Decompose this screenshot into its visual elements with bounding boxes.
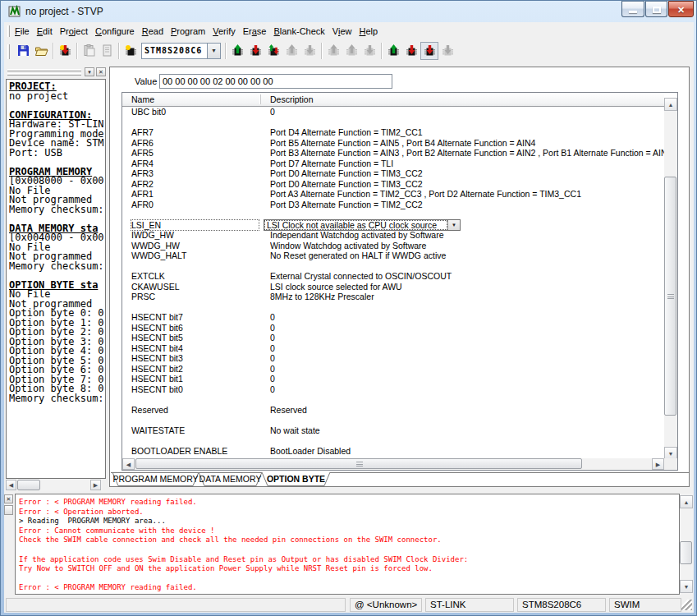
- log-vscrollbar[interactable]: ▲ ▼: [680, 494, 693, 595]
- table-row[interactable]: HSECNT bit10: [122, 374, 664, 384]
- table-row[interactable]: BOOTLOADER ENABLEBootLoader Disabled: [122, 446, 664, 457]
- table-row[interactable]: UBC bit00: [122, 107, 664, 117]
- table-row[interactable]: LSI_ENLSI Clock not available as CPU clo…: [122, 220, 664, 231]
- scroll-up-arrow[interactable]: ▲: [664, 98, 677, 111]
- table-row[interactable]: IWDG_HWIndependant Watchdog activated by…: [122, 230, 664, 241]
- tab-label[interactable]: PROGRAM MEMORY: [112, 474, 198, 484]
- row-combobox[interactable]: LSI Clock not available as CPU clock sou…: [264, 219, 461, 231]
- scroll-thumb[interactable]: [680, 541, 692, 564]
- blank-check-tab-button[interactable]: [300, 42, 319, 60]
- table-row[interactable]: [122, 261, 664, 272]
- compare-button[interactable]: [98, 42, 116, 60]
- pane-close-button[interactable]: ✕: [96, 67, 106, 76]
- table-row[interactable]: WWDG_HALTNo Reset generated on HALT if W…: [122, 251, 664, 261]
- program-all-button[interactable]: [324, 42, 342, 60]
- table-row[interactable]: AFR3Port D0 Alternate Function = TIM3_CC…: [122, 168, 664, 179]
- table-row[interactable]: AFR0Port D3 Alternate Function = TIM2_CC…: [122, 200, 664, 210]
- verify-tab-button[interactable]: [264, 42, 282, 60]
- paste-button[interactable]: [80, 42, 98, 60]
- menu-help[interactable]: Help: [359, 23, 378, 36]
- table-row[interactable]: HSECNT bit50: [122, 333, 664, 343]
- scroll-right-arrow[interactable]: ▶: [652, 458, 664, 470]
- table-row[interactable]: AFR5Port B3 Alternate Function = AIN3 , …: [122, 148, 664, 159]
- table-row[interactable]: EXTCLKExternal Crystal connected to OSCI…: [122, 271, 664, 282]
- scroll-thumb[interactable]: [135, 458, 582, 469]
- table-row[interactable]: [122, 117, 664, 128]
- table-row[interactable]: CKAWUSELLSI clock source selected for AW…: [122, 282, 664, 292]
- read-option-button[interactable]: [402, 42, 420, 60]
- table-row[interactable]: [122, 435, 664, 446]
- erase-tab-button[interactable]: [282, 42, 300, 60]
- table-row[interactable]: AFR6Port B5 Alternate Function = AIN5 , …: [122, 138, 664, 149]
- scroll-thumb[interactable]: [17, 480, 40, 490]
- table-row[interactable]: HSECNT bit60: [122, 323, 664, 333]
- sidebar-hscrollbar[interactable]: ◀ ▶: [6, 480, 104, 490]
- verify-all-button[interactable]: [360, 42, 378, 60]
- table-row[interactable]: WAITESTATENo wait state: [122, 425, 664, 436]
- table-row[interactable]: [122, 302, 664, 313]
- pane-menu-button[interactable]: ▾: [85, 67, 94, 76]
- program-device-button[interactable]: [56, 42, 74, 60]
- menu-read[interactable]: Read: [142, 23, 163, 36]
- minimize-button[interactable]: [621, 1, 644, 17]
- tab-label[interactable]: OPTION BYTE: [267, 474, 325, 484]
- column-header-name[interactable]: Name: [122, 93, 260, 106]
- program-option-button[interactable]: [384, 42, 402, 60]
- select-device-button[interactable]: [122, 42, 140, 60]
- table-row[interactable]: HSECNT bit30: [122, 353, 664, 364]
- table-hscrollbar[interactable]: ◀ ▶: [122, 458, 664, 470]
- read-tab-button[interactable]: [246, 42, 264, 60]
- pane-grip-line[interactable]: [7, 69, 81, 71]
- save-button[interactable]: [14, 42, 32, 60]
- close-button[interactable]: ✕: [668, 1, 694, 17]
- menu-erase[interactable]: Erase: [243, 23, 267, 36]
- table-row[interactable]: HSECNT bit70: [122, 312, 664, 323]
- log-close-button[interactable]: ✕: [4, 494, 13, 503]
- table-row[interactable]: WWDG_HWWindow Watchdog activated by Soft…: [122, 241, 664, 251]
- menu-blank-check[interactable]: Blank-Check: [273, 23, 324, 36]
- menu-view[interactable]: View: [332, 23, 352, 36]
- scroll-thumb[interactable]: [664, 177, 676, 416]
- menu-program[interactable]: Program: [171, 23, 205, 36]
- table-row[interactable]: AFR2Port D0 Alternate Function = TIM3_CC…: [122, 179, 664, 190]
- device-combobox[interactable]: STM8S208C6▼: [141, 43, 221, 59]
- log-line: [19, 574, 679, 584]
- scroll-left-arrow[interactable]: ◀: [6, 480, 16, 490]
- table-vscrollbar[interactable]: ▲ ▼: [664, 98, 677, 460]
- value-input[interactable]: 00 00 00 00 02 00 00 00 00: [159, 74, 392, 89]
- tab-label[interactable]: DATA MEMORY: [199, 474, 262, 484]
- toolbar-grip[interactable]: [7, 44, 10, 59]
- table-row[interactable]: PRSC8MHz to 128KHz Prescaler: [122, 292, 664, 302]
- table-row[interactable]: AFR1Port A3 Alternate Function = TIM2_CC…: [122, 189, 664, 200]
- menubar-grip[interactable]: [7, 25, 10, 37]
- scroll-right-arrow[interactable]: ▶: [90, 480, 101, 490]
- menu-configure[interactable]: Configure: [95, 23, 135, 36]
- table-row[interactable]: [122, 415, 664, 425]
- table-row[interactable]: [122, 394, 664, 405]
- pane-grip-line[interactable]: [7, 73, 81, 76]
- table-row[interactable]: ReservedReserved: [122, 405, 664, 416]
- extra-chip-button[interactable]: [438, 42, 456, 60]
- combobox-dropdown-button[interactable]: ▼: [447, 220, 460, 230]
- menu-project[interactable]: Project: [60, 23, 88, 36]
- read-all-button[interactable]: [342, 42, 360, 60]
- verify-option-button[interactable]: [420, 42, 438, 60]
- resize-grip[interactable]: [681, 600, 692, 610]
- combobox-dropdown-button[interactable]: ▼: [207, 44, 220, 58]
- scroll-down-arrow[interactable]: ▼: [680, 580, 693, 593]
- open-button[interactable]: [32, 42, 50, 60]
- log-grip[interactable]: [4, 505, 13, 515]
- scroll-left-arrow[interactable]: ◀: [122, 458, 135, 470]
- table-row[interactable]: AFR7Port D4 Alternate Function = TIM2_CC…: [122, 127, 664, 138]
- column-header-description[interactable]: Description: [261, 93, 663, 106]
- maximize-button[interactable]: [645, 1, 667, 17]
- program-tab-button[interactable]: [228, 42, 246, 60]
- table-row[interactable]: AFR4Port D7 Alternate Function = TLI: [122, 159, 664, 169]
- scroll-up-arrow[interactable]: ▲: [680, 495, 693, 508]
- table-row[interactable]: HSECNT bit20: [122, 364, 664, 375]
- table-row[interactable]: HSECNT bit00: [122, 384, 664, 395]
- menu-edit[interactable]: Edit: [37, 23, 53, 36]
- menu-file[interactable]: File: [15, 23, 30, 36]
- menu-verify[interactable]: Verify: [213, 23, 236, 36]
- table-row[interactable]: HSECNT bit40: [122, 343, 664, 354]
